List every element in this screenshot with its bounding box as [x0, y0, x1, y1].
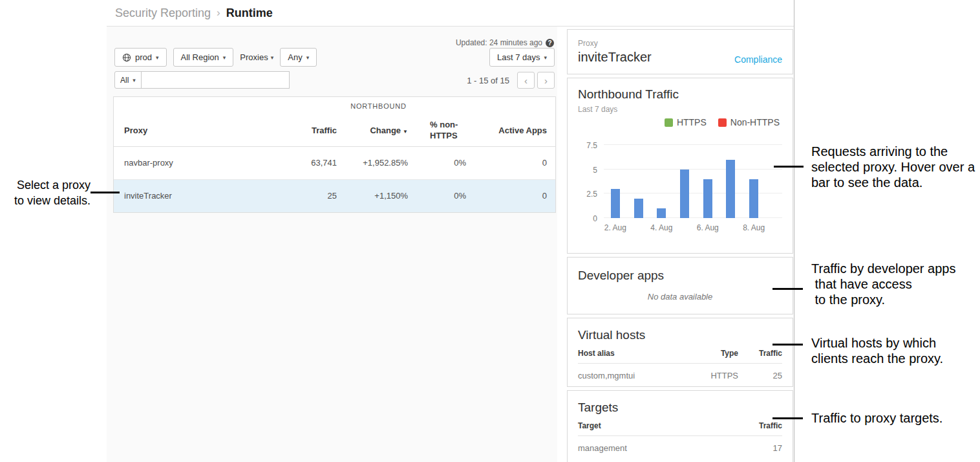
prev-page-button[interactable]: ‹ — [517, 72, 535, 89]
cell-target: management — [578, 443, 738, 453]
annotation-line: to the proxy. — [811, 292, 955, 307]
traffic-bar[interactable] — [680, 170, 689, 218]
virtual-hosts-card: Virtual hosts Host alias Type Traffic cu… — [567, 318, 793, 387]
callout-line — [774, 166, 804, 168]
annotation-line: Requests arriving to the — [811, 144, 975, 159]
column-header-proxy[interactable]: Proxy — [114, 115, 279, 146]
x-axis-tick-label — [719, 218, 743, 232]
main-panel: Updated: 24 minutes ago ? prod ▾ All Reg… — [107, 27, 557, 462]
next-page-button[interactable]: › — [537, 72, 555, 89]
legend-label-non-https: Non-HTTPS — [730, 117, 780, 127]
region-dropdown[interactable]: All Region ▾ — [173, 48, 234, 67]
chevron-down-icon: ▾ — [544, 54, 547, 61]
callout-line — [772, 417, 803, 419]
targets-header-row: Target Traffic — [578, 421, 782, 436]
column-header-non-https-label: % non-HTTPS — [430, 120, 466, 142]
y-axis-tick-label: 5 — [593, 166, 597, 175]
annotation-virtual-hosts: Virtual hosts by which clients reach the… — [811, 335, 943, 366]
cell-traffic: 25 — [279, 179, 338, 212]
date-range-dropdown[interactable]: Last 7 days ▾ — [489, 48, 555, 67]
column-header-change[interactable]: Change▼ — [338, 115, 409, 146]
any-dropdown-label: Any — [288, 52, 302, 62]
non-https-swatch-icon — [718, 118, 727, 127]
chevron-down-icon: ▾ — [306, 54, 310, 61]
region-dropdown-label: All Region — [181, 52, 219, 62]
cell-change: +1,952.85% — [338, 146, 409, 179]
help-icon[interactable]: ? — [546, 39, 554, 47]
bar-slot — [604, 145, 627, 218]
column-header-change-label: Change — [370, 126, 401, 135]
traffic-bar[interactable] — [703, 179, 712, 218]
traffic-bar[interactable] — [611, 189, 620, 218]
legend-label-https: HTTPS — [677, 117, 707, 127]
virtual-host-row[interactable]: custom,mgmtui HTTPS 25 — [578, 364, 782, 380]
traffic-bar[interactable] — [726, 160, 735, 218]
updated-status: Updated: 24 minutes ago ? — [456, 38, 554, 47]
column-header-non-https[interactable]: % non-HTTPS — [409, 115, 478, 146]
compliance-link[interactable]: Compliance — [734, 54, 782, 65]
annotation-line: to view details. — [0, 193, 91, 208]
traffic-bar[interactable] — [749, 179, 758, 218]
column-header-type: Type — [693, 349, 738, 358]
cell-proxy-name[interactable]: navbar-proxy — [114, 146, 279, 179]
proxy-search-input[interactable] — [141, 71, 290, 89]
callout-line — [772, 344, 803, 346]
cell-proxy-name[interactable]: inviteTracker — [114, 179, 279, 212]
traffic-bar[interactable] — [657, 208, 666, 218]
chart-plot-area — [604, 145, 782, 218]
annotation-line: Traffic by developer apps — [811, 261, 955, 276]
proxies-dropdown[interactable]: Proxies ▾ — [240, 52, 273, 62]
column-header-traffic: Traffic — [738, 421, 782, 430]
bar-slot — [696, 145, 719, 218]
legend-item-https[interactable]: HTTPS — [665, 117, 707, 127]
traffic-bar[interactable] — [634, 199, 643, 218]
x-axis-tick-label: 2. Aug — [604, 218, 627, 232]
table-row[interactable]: navbar-proxy 63,741 +1,952.85% 0% 0 — [114, 146, 555, 179]
x-axis-tick-label — [673, 218, 696, 232]
bar-slot — [742, 145, 765, 218]
search-bar: All ▾ — [114, 71, 290, 89]
x-axis-tick-label: 6. Aug — [696, 218, 719, 232]
chevron-down-icon: ▾ — [133, 77, 136, 83]
column-header-host-alias: Host alias — [578, 349, 693, 358]
filter-bar: prod ▾ All Region ▾ Proxies ▾ Any ▾ — [114, 48, 317, 67]
search-scope-dropdown[interactable]: All ▾ — [114, 71, 142, 89]
virtual-hosts-table: Host alias Type Traffic custom,mgmtui HT… — [578, 349, 782, 380]
y-axis: 02.557.5 — [578, 145, 604, 218]
column-header-traffic[interactable]: Traffic — [279, 115, 338, 146]
virtual-hosts-header-row: Host alias Type Traffic — [578, 349, 782, 364]
bar-slot — [719, 145, 743, 218]
targets-card: Targets Target Traffic management 17 — [567, 390, 793, 462]
legend-item-non-https[interactable]: Non-HTTPS — [718, 117, 780, 127]
proxy-table: NORTHBOUND Proxy Traffic Change▼ % non-H… — [113, 96, 556, 213]
table-row-selected[interactable]: inviteTracker 25 +1,150% 0% 0 — [114, 179, 555, 212]
annotation-line: bar to see the data. — [811, 175, 975, 190]
column-header-traffic: Traffic — [738, 349, 782, 358]
proxy-detail-panel: Proxy inviteTracker Compliance Northboun… — [567, 29, 793, 462]
breadcrumb-separator-icon: › — [217, 6, 220, 19]
any-dropdown[interactable]: Any ▾ — [280, 48, 317, 67]
bars-row — [604, 145, 765, 218]
environment-dropdown[interactable]: prod ▾ — [114, 48, 167, 67]
chart-title: Northbound Traffic — [578, 87, 782, 102]
developer-apps-card: Developer apps No data available — [567, 257, 793, 314]
bar-slot — [650, 145, 673, 218]
annotation-select-proxy: Select a proxy to view details. — [0, 177, 91, 208]
targets-table: Target Traffic management 17 — [578, 421, 782, 453]
x-axis: 2. Aug4. Aug6. Aug8. Aug — [604, 218, 782, 232]
chevron-right-icon: › — [544, 75, 548, 86]
cell-host-alias: custom,mgmtui — [578, 371, 693, 380]
northbound-traffic-card: Northbound Traffic Last 7 days HTTPS Non… — [567, 78, 793, 254]
annotation-divider — [794, 0, 794, 462]
chevron-down-icon: ▾ — [271, 54, 274, 61]
updated-text: Updated: 24 minutes ago — [456, 38, 542, 47]
developer-apps-title: Developer apps — [578, 269, 782, 283]
column-header-active-apps[interactable]: Active Apps — [478, 115, 555, 146]
cell-non-https: 0% — [409, 179, 478, 212]
annotation-developer-apps: Traffic by developer apps that have acce… — [811, 261, 955, 307]
target-row[interactable]: management 17 — [578, 436, 782, 453]
breadcrumb-parent[interactable]: Security Reporting — [115, 6, 211, 20]
proxy-header-card: Proxy inviteTracker Compliance — [567, 29, 793, 74]
cell-active-apps: 0 — [478, 146, 555, 179]
annotation-line: selected proxy. Hover over a — [811, 159, 975, 175]
